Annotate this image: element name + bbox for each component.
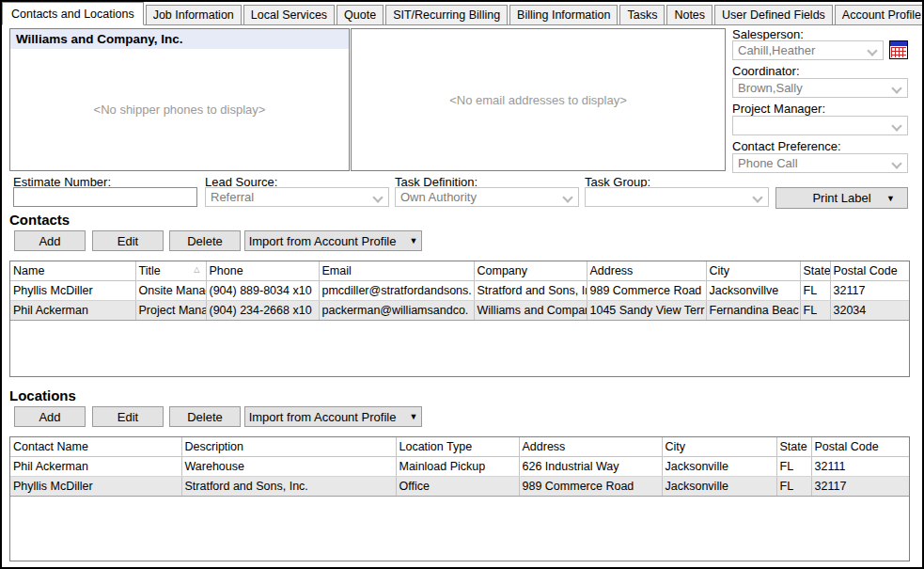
- salesperson-value: Cahill,Heather: [738, 43, 815, 57]
- table-cell: Phil Ackerman: [10, 301, 135, 321]
- estimate-number-input[interactable]: [13, 187, 197, 207]
- column-header-city[interactable]: City: [706, 261, 800, 281]
- column-header-email[interactable]: Email: [319, 261, 474, 281]
- column-header-contact-name[interactable]: Contact Name: [10, 437, 181, 457]
- column-header-postal-code[interactable]: Postal Code: [811, 437, 909, 457]
- table-cell: 32117: [830, 281, 909, 301]
- column-header-address[interactable]: Address: [519, 437, 662, 457]
- no-email-addresses-message: <No email addresses to display>: [352, 93, 725, 107]
- table-cell: 989 Commerce Road: [519, 477, 662, 497]
- table-cell: 32034: [830, 301, 909, 321]
- task-group-dropdown[interactable]: [585, 187, 769, 207]
- contact-preference-dropdown[interactable]: Phone Call: [732, 153, 908, 173]
- sort-ascending-icon: △: [194, 265, 199, 274]
- column-header-title[interactable]: Title△: [135, 261, 206, 281]
- table-cell: Office: [396, 477, 519, 497]
- column-header-postal-code[interactable]: Postal Code: [830, 261, 909, 281]
- column-header-label: Email: [322, 264, 352, 277]
- table-cell: 626 Industrial Way: [519, 457, 662, 477]
- locations-import-button[interactable]: Import from Account Profile ▼: [244, 406, 422, 427]
- locations-edit-button[interactable]: Edit: [92, 406, 164, 427]
- project-manager-label: Project Manager:: [732, 102, 825, 116]
- chevron-down-icon: [867, 45, 877, 55]
- table-cell: Jacksonvillve: [706, 281, 800, 301]
- table-cell: 1045 Sandy View Terr: [587, 301, 706, 321]
- tab-quote[interactable]: Quote: [337, 5, 384, 24]
- table-cell: (904) 889-8034 x10: [206, 281, 319, 301]
- column-header-label: Company: [478, 264, 528, 277]
- shipper-name-header: Williams and Company, Inc.: [10, 29, 349, 49]
- table-cell: pmcdiller@stratfordandsons.: [319, 281, 474, 301]
- table-cell: Jacksonville: [662, 477, 776, 497]
- column-header-state[interactable]: State: [800, 261, 830, 281]
- application-window: Contacts and LocationsJob InformationLoc…: [0, 0, 924, 569]
- column-header-label: Postal Code: [815, 440, 879, 453]
- table-row[interactable]: Phil AckermanWarehouseMainload Pickup626…: [10, 457, 909, 477]
- column-header-state[interactable]: State: [776, 437, 811, 457]
- tab-tasks[interactable]: Tasks: [619, 5, 665, 24]
- contact-preference-value: Phone Call: [738, 156, 798, 170]
- table-cell: Mainload Pickup: [396, 457, 519, 477]
- table-cell: 32117: [811, 477, 909, 497]
- column-header-location-type[interactable]: Location Type: [396, 437, 519, 457]
- email-addresses-panel: <No email addresses to display>: [351, 28, 726, 171]
- contacts-edit-button[interactable]: Edit: [92, 230, 164, 251]
- coordinator-dropdown[interactable]: Brown,Sally: [732, 78, 908, 98]
- chevron-down-icon: [752, 192, 762, 202]
- contacts-table: NameTitle△PhoneEmailCompanyAddressCitySt…: [9, 261, 910, 377]
- contacts-import-text: Import from Account Profile: [249, 234, 397, 248]
- column-header-city[interactable]: City: [662, 437, 776, 457]
- column-header-label: Phone: [210, 264, 243, 277]
- contacts-import-button[interactable]: Import from Account Profile ▼: [244, 230, 422, 251]
- table-cell: 32111: [811, 457, 909, 477]
- table-cell: Jacksonville: [662, 457, 776, 477]
- column-header-label: City: [710, 264, 730, 277]
- chevron-down-icon: [891, 83, 901, 93]
- tab-sit-recurring-billing[interactable]: SIT/Recurring Billing: [385, 5, 508, 24]
- chevron-down-icon: [891, 158, 901, 168]
- column-header-description[interactable]: Description: [181, 437, 396, 457]
- column-header-label: City: [666, 440, 686, 453]
- table-cell: Phil Ackerman: [10, 457, 181, 477]
- table-cell: Fernandina Beac: [706, 301, 800, 321]
- shipper-phones-panel: Williams and Company, Inc. <No shipper p…: [9, 28, 350, 171]
- table-cell: Stratford and Sons, Inc.: [181, 477, 396, 497]
- column-header-name[interactable]: Name: [10, 261, 135, 281]
- task-definition-dropdown[interactable]: Own Authority: [395, 187, 579, 207]
- column-header-company[interactable]: Company: [474, 261, 587, 281]
- table-cell: Williams and Compar: [474, 301, 587, 321]
- column-header-address[interactable]: Address: [587, 261, 706, 281]
- table-row[interactable]: Phil AckermanProject Mana(904) 234-2668 …: [10, 301, 909, 321]
- locations-delete-button[interactable]: Delete: [169, 406, 241, 427]
- locations-add-button[interactable]: Add: [14, 406, 86, 427]
- dropdown-arrow-icon: ▼: [409, 236, 417, 245]
- column-header-label: Postal Code: [834, 264, 898, 277]
- print-label-text: Print Label: [812, 191, 870, 205]
- chevron-down-icon: [562, 192, 572, 202]
- chevron-down-icon: [372, 192, 383, 202]
- tab-billing-information[interactable]: Billing Information: [509, 5, 618, 24]
- task-definition-value: Own Authority: [400, 190, 477, 204]
- table-row[interactable]: Phyllis McDillerOnsite Manag(904) 889-80…: [10, 281, 909, 301]
- no-shipper-phones-message: <No shipper phones to display>: [10, 103, 349, 117]
- coordinator-value: Brown,Sally: [738, 81, 803, 95]
- tab-contacts-and-locations[interactable]: Contacts and Locations: [2, 2, 144, 25]
- column-header-phone[interactable]: Phone: [206, 261, 319, 281]
- tab-notes[interactable]: Notes: [666, 5, 713, 24]
- calendar-icon[interactable]: [889, 40, 908, 59]
- tab-user-defined-fields[interactable]: User Defined Fields: [714, 5, 833, 24]
- tab-local-services[interactable]: Local Services: [243, 5, 335, 24]
- tab-account-profile[interactable]: Account Profile: [835, 5, 924, 24]
- table-header-row: NameTitle△PhoneEmailCompanyAddressCitySt…: [10, 261, 909, 281]
- salesperson-dropdown[interactable]: Cahill,Heather: [732, 40, 884, 60]
- tab-job-information[interactable]: Job Information: [146, 5, 242, 24]
- dropdown-arrow-icon: ▼: [409, 412, 417, 421]
- contacts-delete-button[interactable]: Delete: [169, 230, 241, 251]
- project-manager-dropdown[interactable]: [732, 116, 908, 135]
- contact-preference-label: Contact Preference:: [732, 139, 841, 153]
- lead-source-dropdown[interactable]: Referral: [205, 187, 389, 207]
- contacts-add-button[interactable]: Add: [14, 230, 86, 251]
- print-label-button[interactable]: Print Label ▼: [775, 187, 908, 209]
- table-row[interactable]: Phyllis McDillerStratford and Sons, Inc.…: [10, 477, 909, 497]
- tab-bar: Contacts and LocationsJob InformationLoc…: [2, 2, 922, 25]
